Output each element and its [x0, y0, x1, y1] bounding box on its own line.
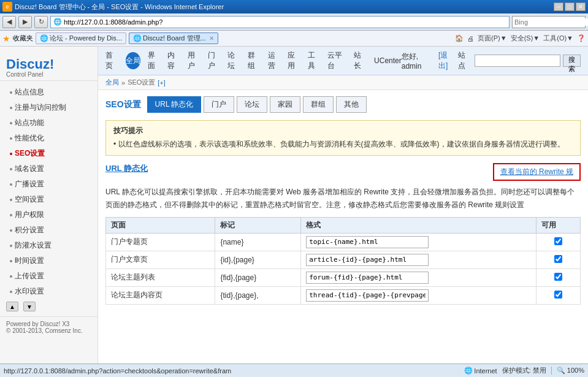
sidebar-item-性能优化[interactable]: 性能优化	[0, 131, 97, 146]
tab-家园[interactable]: 家园	[270, 96, 300, 113]
tab-bar: SEO设置 URL 静态化门户论坛家园群组其他	[105, 96, 581, 113]
sidebar-item-注册与访问控制[interactable]: 注册与访问控制	[0, 100, 97, 115]
sidebar-item-积分设置[interactable]: 积分设置	[0, 223, 97, 238]
tools-menu[interactable]: 工具(O)▼	[543, 34, 573, 43]
tab-群组[interactable]: 群组	[303, 96, 334, 113]
scroll-down-button[interactable]: ▼	[23, 302, 36, 311]
nav-link-运营[interactable]: 运营	[268, 50, 281, 71]
nav-link-全局[interactable]: 全局	[126, 52, 140, 69]
cell-mark-0: {name}	[215, 233, 301, 251]
sidebar-item-SEO设置[interactable]: SEO设置	[0, 146, 97, 161]
back-button[interactable]: ◀	[2, 16, 16, 28]
enabled-checkbox-0[interactable]	[554, 237, 562, 245]
status-bar: http://127.0.0.1:8088/admin.php?action=c…	[0, 364, 588, 377]
powered-by-label: Powered by Discuz! X3	[6, 321, 91, 327]
enabled-checkbox-1[interactable]	[554, 255, 562, 263]
cell-page-2: 论坛主题列表	[106, 268, 215, 286]
copyright-label: © 2001-2013, Comsenz Inc.	[6, 327, 91, 334]
nav-link-内容[interactable]: 内容	[167, 50, 180, 71]
sidebar-item-label: 站点信息	[15, 87, 44, 97]
scroll-up-button[interactable]: ▲	[6, 302, 18, 311]
tab-门户[interactable]: 门户	[204, 96, 234, 113]
forward-button[interactable]: ▶	[18, 16, 32, 28]
fav-item-forum[interactable]: 🌐 论坛 - Powered by Dis...	[36, 32, 126, 44]
nav-link-UCenter[interactable]: UCenter	[374, 56, 402, 65]
cell-mark-2: {fid},{page}	[215, 268, 301, 286]
minimize-button[interactable]: ─	[554, 2, 563, 11]
enabled-checkbox-3[interactable]	[554, 291, 562, 299]
nav-link-站长[interactable]: 站长	[354, 50, 367, 71]
zone-label: Internet	[474, 367, 497, 375]
home-icon[interactable]: 🏠	[455, 34, 464, 42]
nav-link-群组[interactable]: 群组	[248, 50, 261, 71]
format-input-1[interactable]	[306, 254, 429, 266]
top-search-bar: 搜索	[475, 55, 581, 67]
nav-link-界面[interactable]: 界面	[148, 50, 161, 71]
sidebar-item-站点功能[interactable]: 站点功能	[0, 115, 97, 131]
col-header-available: 可用	[536, 217, 580, 233]
cell-page-3: 论坛主题内容页	[106, 286, 215, 304]
protection-label: 保护模式: 禁用	[502, 366, 546, 375]
nav-link-用户[interactable]: 用户	[188, 50, 200, 71]
tab-其他[interactable]: 其他	[336, 96, 367, 113]
nav-link-论坛[interactable]: 论坛	[227, 50, 240, 71]
tab-URL 静态化[interactable]: URL 静态化	[147, 96, 202, 113]
page-menu[interactable]: 页面(P)▼	[478, 34, 507, 43]
security-menu[interactable]: 安全(S)▼	[511, 34, 540, 43]
print-icon[interactable]: 🖨	[467, 35, 474, 42]
favorites-bar: ★ 收藏夹 🌐 论坛 - Powered by Dis... 🌐 Discuz!…	[0, 31, 588, 47]
browser-search-box[interactable]: 🔍	[512, 16, 586, 28]
rewrite-button[interactable]: 查看当前的 Rewrite 规	[493, 163, 581, 181]
help-icon[interactable]: ❓	[577, 34, 586, 42]
sidebar-dot	[10, 183, 12, 186]
nav-link-工具[interactable]: 工具	[308, 50, 321, 71]
discuz-logo: Discuz!	[6, 56, 91, 72]
format-input-3[interactable]	[306, 289, 429, 302]
window-controls[interactable]: ─ □ ✕	[554, 2, 586, 11]
nav-link-门户[interactable]: 门户	[208, 50, 221, 71]
cell-page-0: 门户专题页	[106, 233, 215, 251]
page-content: SEO设置 URL 静态化门户论坛家园群组其他 技巧提示 • 以红色虚线标示的选…	[98, 90, 588, 311]
browser-search-input[interactable]	[513, 18, 588, 26]
zone-indicator: 🌐 Internet	[464, 367, 497, 375]
enabled-checkbox-2[interactable]	[554, 273, 562, 281]
top-nav-right: 您好, admin [退出] 站点 搜索	[402, 50, 581, 71]
address-input[interactable]	[64, 18, 506, 26]
sidebar-item-水印设置[interactable]: 水印设置	[0, 284, 97, 299]
top-search-button[interactable]: 搜索	[563, 55, 581, 67]
sidebar-item-站点信息[interactable]: 站点信息	[0, 85, 97, 100]
format-input-0[interactable]	[306, 236, 429, 248]
sidebar-item-广播设置[interactable]: 广播设置	[0, 177, 97, 192]
sidebar-item-空间设置[interactable]: 空间设置	[0, 192, 97, 207]
nav-link-云平台[interactable]: 云平台	[327, 50, 346, 71]
close-button[interactable]: ✕	[576, 2, 586, 11]
section-title: SEO设置	[105, 99, 141, 110]
title-bar: e Discuz! Board 管理中心 - 全局 - SEO设置 - Wind…	[0, 0, 588, 13]
zoom-level: 🔍 100%	[551, 367, 584, 375]
sidebar-item-防灌水设置[interactable]: 防灌水设置	[0, 238, 97, 253]
breadcrumb-action[interactable]: [+]	[158, 79, 166, 86]
fav-close-icon[interactable]: ✕	[209, 35, 214, 42]
sidebar-item-label: 上传设置	[15, 271, 44, 281]
sidebar-dot	[10, 199, 12, 201]
nav-link-应用[interactable]: 应用	[288, 50, 300, 71]
cell-format-1	[301, 251, 536, 268]
fav-item-admin[interactable]: 🌐 Discuz! Board 管理... ✕	[129, 32, 218, 44]
format-input-2[interactable]	[306, 272, 429, 284]
tab-论坛[interactable]: 论坛	[237, 96, 267, 113]
fav-admin-label: Discuz! Board 管理...	[143, 34, 206, 43]
sidebar-item-域名设置[interactable]: 域名设置	[0, 161, 97, 177]
address-bar[interactable]: 🌐	[50, 16, 510, 28]
refresh-button[interactable]: ↻	[34, 16, 48, 28]
nav-link-首页[interactable]: 首页	[105, 50, 118, 71]
sidebar-item-用户权限[interactable]: 用户权限	[0, 207, 97, 223]
sidebar-item-上传设置[interactable]: 上传设置	[0, 268, 97, 284]
top-search-input[interactable]	[475, 55, 560, 67]
sidebar-item-时间设置[interactable]: 时间设置	[0, 253, 97, 268]
sidebar-logo: Discuz! Control Panel	[0, 51, 97, 81]
logout-link[interactable]: [退出]	[438, 50, 454, 71]
site-label: 站点	[458, 50, 471, 71]
maximize-button[interactable]: □	[565, 2, 575, 11]
breadcrumb-sep: »	[121, 79, 125, 86]
breadcrumb-home[interactable]: 全局	[105, 78, 119, 87]
